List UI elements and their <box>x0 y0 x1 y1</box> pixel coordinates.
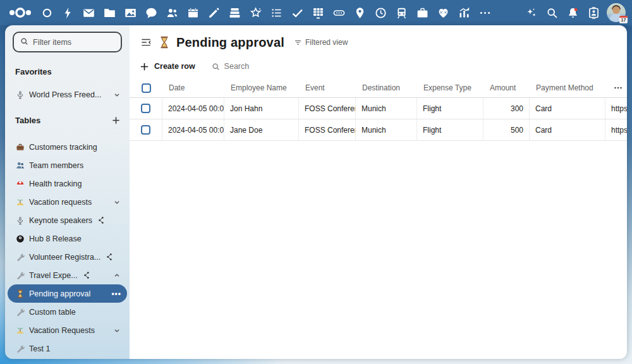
column-header[interactable]: Amount <box>483 78 530 97</box>
filter-input[interactable] <box>33 38 109 47</box>
app-icon-button[interactable] <box>204 0 224 25</box>
train-icon <box>395 6 408 20</box>
cell[interactable]: Flight <box>417 98 483 119</box>
notes-icon <box>207 6 221 20</box>
cell[interactable]: Flight <box>417 119 483 141</box>
app-icon-button[interactable] <box>391 0 412 25</box>
table-search-button[interactable]: Search <box>212 62 250 71</box>
column-header[interactable]: Destination <box>356 78 417 97</box>
sidebar-item-label: Keynote speakers <box>29 216 92 225</box>
app-icon-button[interactable] <box>120 0 141 25</box>
cell[interactable]: Card <box>530 119 605 141</box>
table-row: 2024-04-05 00:00Jane DoeFOSS ConferenceM… <box>130 119 627 141</box>
sidebar-item-label: Customers tracking <box>29 143 97 152</box>
app-icon-button[interactable] <box>308 0 329 25</box>
filter-icon <box>294 39 302 47</box>
cell[interactable]: 2024-04-05 00:00 <box>162 119 224 141</box>
column-header[interactable]: Date <box>162 78 224 97</box>
data-table: DateEmployee NameEventDestinationExpense… <box>130 78 627 141</box>
app-icon-button[interactable] <box>454 0 475 25</box>
column-header[interactable]: Event <box>299 78 356 97</box>
header-action-button[interactable] <box>521 0 542 25</box>
sidebar-item-table[interactable]: Customers tracking <box>8 138 127 156</box>
sidebar-item-table[interactable]: Health tracking <box>8 174 127 193</box>
column-header[interactable]: Expense Type <box>417 78 483 97</box>
cell[interactable]: https <box>605 119 627 141</box>
sidebar-item-label: World Press Freed... <box>29 90 101 99</box>
app-icon-button[interactable] <box>329 0 349 25</box>
header-action-button[interactable] <box>562 0 583 25</box>
app-icon-button[interactable] <box>245 0 266 25</box>
sidebar-item-label: Vacation Requests <box>29 326 95 335</box>
cell[interactable]: https <box>605 98 627 119</box>
sidebar-item-table[interactable]: Vacation Requests <box>8 321 127 339</box>
files-icon <box>103 6 116 20</box>
app-icon-button[interactable] <box>78 0 99 25</box>
cell[interactable]: Munich <box>356 119 417 141</box>
user-avatar-button[interactable]: 17 <box>604 0 628 25</box>
chevron-icon[interactable] <box>112 198 121 207</box>
header-action-button[interactable] <box>583 0 604 25</box>
cell[interactable]: 2024-04-05 00:00 <box>162 98 224 119</box>
sidebar-item-table[interactable]: Travel Expe... <box>8 266 127 284</box>
app-icon-button[interactable] <box>370 0 391 25</box>
create-row-button[interactable]: Create row <box>140 62 195 71</box>
collapse-sidebar-button[interactable] <box>140 36 152 49</box>
sidebar-item-table[interactable]: Hub 8 Release <box>8 229 127 248</box>
sidebar-item-favorite[interactable]: World Press Freed... <box>8 85 127 104</box>
cell[interactable]: Jon Hahn <box>224 98 299 119</box>
sidebar-item-table[interactable]: Team members <box>8 156 127 174</box>
sidebar-item-table[interactable]: Volunteer Registra... <box>8 248 127 266</box>
contacts-icon <box>166 6 179 20</box>
cell[interactable]: Munich <box>356 98 417 119</box>
app-icon-button[interactable] <box>141 0 162 25</box>
column-header[interactable]: Payment Method <box>530 78 605 97</box>
app-icon-button[interactable] <box>183 0 204 25</box>
sidebar-item-label: Volunteer Registra... <box>29 253 100 262</box>
create-table-button[interactable] <box>111 116 121 125</box>
chevron-icon[interactable] <box>112 326 121 335</box>
sidebar-item-table[interactable]: Test 1 <box>8 339 127 358</box>
app-icon-button[interactable] <box>99 0 120 25</box>
app-icon-button[interactable] <box>266 0 287 25</box>
cell[interactable]: FOSS Conference <box>299 98 356 119</box>
app-menu <box>4 0 495 25</box>
maps-icon <box>353 6 367 20</box>
select-all-checkbox[interactable] <box>142 83 151 93</box>
app-icon-button[interactable] <box>412 0 433 25</box>
app-icon-button[interactable] <box>349 0 370 25</box>
item-actions-icon[interactable]: ••• <box>111 289 121 298</box>
column-header[interactable]: Employee Name <box>224 78 299 97</box>
sidebar-item-table[interactable]: Keynote speakers <box>8 211 127 229</box>
app-icon-button[interactable] <box>58 0 78 25</box>
briefcase-icon <box>16 143 25 152</box>
cell[interactable]: 500 <box>483 119 530 141</box>
cell[interactable]: Card <box>530 98 605 119</box>
app-icon-button[interactable] <box>4 0 37 25</box>
app-icon-button[interactable] <box>433 0 454 25</box>
app-icon-button[interactable] <box>224 0 245 25</box>
header-action-button[interactable] <box>542 0 562 25</box>
columns-more-button[interactable] <box>612 83 624 93</box>
app-icon-button[interactable] <box>37 0 58 25</box>
app-icon-button[interactable] <box>162 0 183 25</box>
app-icon-button[interactable] <box>287 0 308 25</box>
chevron-down-icon[interactable] <box>112 90 121 99</box>
passwords-icon <box>332 6 346 20</box>
filtered-view-badge: Filtered view <box>294 38 348 47</box>
hourglass-icon <box>16 289 25 298</box>
tables-icon <box>312 6 325 20</box>
team-icon <box>16 161 25 170</box>
sidebar-item-table[interactable]: Custom table <box>8 303 127 321</box>
row-checkbox[interactable] <box>141 104 150 113</box>
sidebar-item-table[interactable]: Test 1 <box>8 358 127 359</box>
cell[interactable]: FOSS Conference <box>299 119 356 141</box>
sidebar-item-table[interactable]: Vacation requests <box>8 193 127 211</box>
app-icon-button[interactable] <box>475 0 495 25</box>
chevron-icon[interactable] <box>112 271 121 280</box>
sidebar-item-table[interactable]: Pending approval ••• <box>8 284 127 303</box>
row-checkbox[interactable] <box>141 125 150 135</box>
assistant-icon <box>525 6 538 20</box>
cell[interactable]: Jane Doe <box>224 119 299 141</box>
cell[interactable]: 300 <box>483 98 530 119</box>
